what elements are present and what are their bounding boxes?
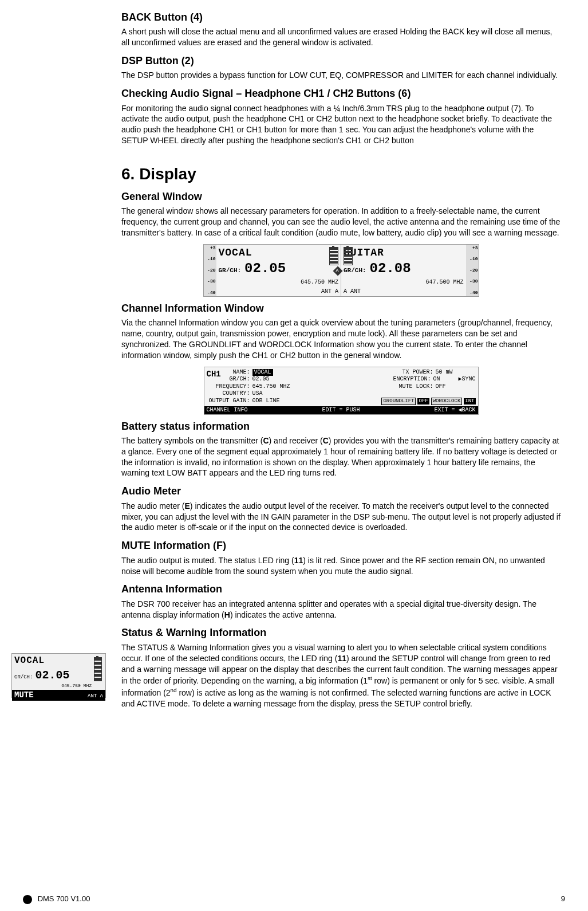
para-back: A short push will close the actual menu … <box>121 26 561 48</box>
chinfo-footer-mid: EDIT = PUSH <box>322 406 360 414</box>
para-battery: The battery symbols on the transmitter (… <box>121 435 561 479</box>
mute-display: VOCAL GR/CH: 02.05 645.750 MHZ MUTE ANT … <box>11 653 106 698</box>
para-check-audio: For monitoring the audio signal connect … <box>121 103 561 147</box>
mute-freq: 645.750 MHZ <box>14 683 103 689</box>
heading-channel-info: Channel Information Window <box>121 301 561 315</box>
heading-antenna-info: Antenna Information <box>121 582 561 596</box>
heading-check-audio: Checking Audio Signal – Headphone CH1 / … <box>121 87 561 100</box>
page-number: 9 <box>561 894 565 904</box>
chinfo-channel: CH1 <box>207 369 221 380</box>
chinfo-footer-left: CHANNEL INFO <box>207 406 248 414</box>
ch2-freq: 647.500 MHZ <box>344 278 464 286</box>
ch1-grch-label: GR/CH: <box>219 266 242 275</box>
chapter-display: 6. Display <box>121 163 561 185</box>
ch1-name: VOCAL <box>219 246 339 260</box>
ch2-grch-value: 02.08 <box>370 260 411 278</box>
audio-scale-left: +3 -10 -20 -30 -40 <box>204 245 216 296</box>
mute-ant: ANT A <box>88 693 103 700</box>
heading-audio-meter: Audio Meter <box>121 484 561 498</box>
channel-info-display: CH1 NAME: VOCAL TX POWER: 50 mW GR/CH: 0… <box>204 367 479 415</box>
heading-battery: Battery status information <box>121 419 561 433</box>
ch1-freq: 645.750 MHZ <box>219 278 339 286</box>
mute-grch-label: GR/CH: <box>14 674 33 681</box>
chinfo-footer-right: EXIT = ◀BACK <box>434 406 475 414</box>
ch1-ant: ANT A <box>321 288 338 296</box>
ch1-grch-value: 02.05 <box>244 260 286 278</box>
mute-grch-value: 02.05 <box>35 667 69 683</box>
para-channel-info: Via the channel Information window you c… <box>121 317 561 361</box>
para-mute-info: The audio output is muted. The status LE… <box>121 555 561 577</box>
battery-icon <box>329 247 338 265</box>
ch2-name: GUITAR <box>344 246 464 260</box>
general-window-display: +3 -10 -20 -30 -40 VOCAL GR/CH: 02.05 64… <box>203 244 479 297</box>
heading-general-window: General Window <box>121 190 561 203</box>
heading-status-warning: Status & Warning Information <box>121 626 561 639</box>
brand-logo-icon <box>23 895 32 904</box>
para-antenna-info: The DSR 700 receiver has an integrated a… <box>121 599 561 621</box>
chinfo-name-value: VOCAL <box>252 369 273 376</box>
heading-dsp: DSP Button (2) <box>121 54 561 68</box>
para-dsp: The DSP button provides a bypass functio… <box>121 70 561 81</box>
ch2-ant: A ANT <box>344 288 361 296</box>
battery-icon <box>344 247 353 265</box>
heading-back: BACK Button (4) <box>121 10 561 24</box>
para-status-warning: The STATUS & Warning Information gives y… <box>121 642 561 709</box>
mute-name: VOCAL <box>14 655 103 667</box>
footer-version: DMS 700 V1.00 <box>38 894 90 903</box>
battery-icon <box>94 657 102 681</box>
para-audio-meter: The audio meter (E) indicates the audio … <box>121 501 561 533</box>
sync-indicator: ▶SYNC <box>458 376 475 383</box>
heading-mute-info: MUTE Information (F) <box>121 539 561 552</box>
ch2-grch-label: GR/CH: <box>344 266 366 275</box>
para-general-window: The general window shows all necessary p… <box>121 206 561 238</box>
audio-scale-right: +3 -10 -20 -30 -40 <box>466 245 479 296</box>
mute-label: MUTE <box>14 690 34 701</box>
